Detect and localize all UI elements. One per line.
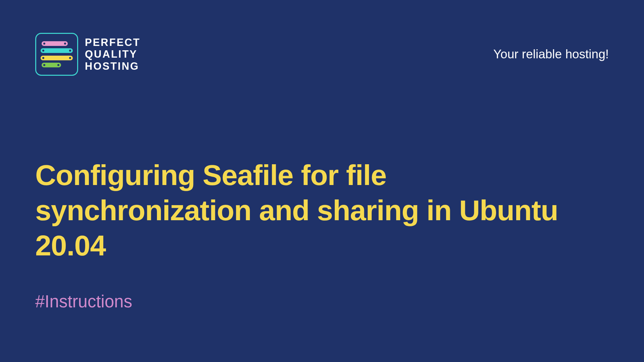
logo-bar-yellow (41, 56, 73, 60)
logo-text: PERFECT QUALITY HOSTING (85, 37, 141, 72)
logo-bar-cyan (41, 48, 73, 53)
hashtag-label: #Instructions (35, 292, 132, 311)
logo-bar-pink (42, 41, 68, 46)
logo-group: PERFECT QUALITY HOSTING (35, 33, 141, 76)
logo-text-line3: HOSTING (85, 60, 141, 72)
header-region: PERFECT QUALITY HOSTING Your reliable ho… (35, 33, 609, 76)
tagline-text: Your reliable hosting! (493, 47, 609, 61)
logo-text-line1: PERFECT (85, 37, 141, 49)
logo-bar-green (42, 63, 61, 67)
logo-icon (35, 33, 78, 76)
logo-text-line2: QUALITY (85, 48, 141, 60)
page-title: Configuring Seafile for file synchroniza… (35, 158, 595, 263)
